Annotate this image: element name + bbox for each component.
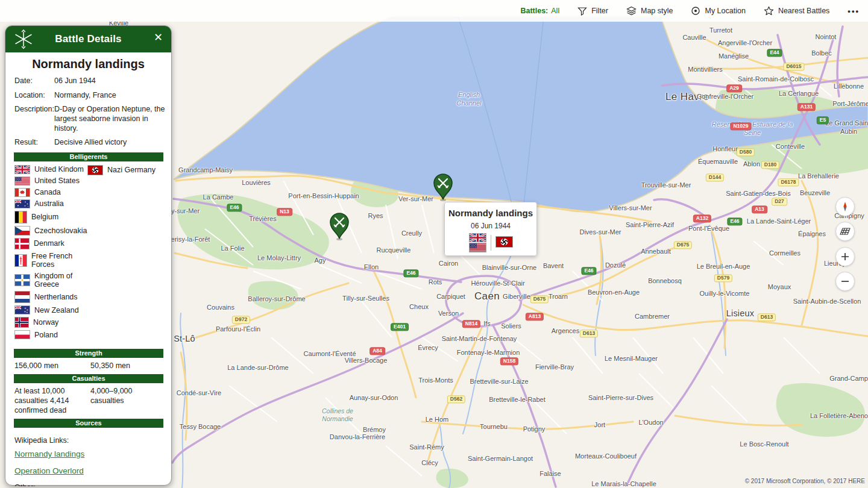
belligerents-section-header: Belligerents	[14, 152, 163, 161]
road-shield: E44	[767, 49, 782, 57]
popup-flags	[445, 233, 536, 252]
road-shield: A29	[726, 84, 742, 92]
popup-flag-us-icon	[469, 243, 486, 252]
app-window: KevilleEnglish ChannelRéserve Nat. Estua…	[0, 0, 868, 488]
more-options-button[interactable]: •••	[848, 7, 860, 16]
battle-details-panel: Battle Details ✕ Normandy landings Date:…	[5, 25, 172, 486]
flag-free-french-icon	[14, 254, 27, 267]
ally-belligerent-name: United Kindom	[34, 165, 84, 174]
flag-norway-icon	[14, 317, 29, 328]
filter-button[interactable]: Filter	[577, 7, 608, 16]
map-copyright: © 2017 Microsoft Corporation, © 2017 HER…	[745, 478, 865, 484]
flag-poland-icon	[14, 330, 30, 339]
road-shield: A84	[370, 347, 385, 355]
popup-battle-title: Normandy landings	[445, 208, 536, 218]
allies-list: United KindomUnited StatesCanadaAustrali…	[14, 165, 171, 340]
close-icon[interactable]: ✕	[154, 32, 163, 43]
belligerent-row: Australia	[14, 199, 171, 208]
result-label: Result:	[14, 138, 54, 148]
ally-belligerent-name: Australia	[34, 199, 64, 208]
axis-list: Nazi Germany	[87, 165, 156, 178]
road-shield: D972	[232, 316, 250, 324]
flag-canada-icon	[14, 188, 30, 197]
belligerent-row: Denmark	[14, 238, 171, 249]
battle-pin[interactable]	[431, 173, 455, 204]
tilt-view-button[interactable]	[835, 222, 855, 241]
zoom-in-button[interactable]	[835, 247, 855, 266]
flag-nazi-germany-icon	[87, 165, 103, 175]
nearest-battles-button[interactable]: Nearest Battles	[764, 6, 829, 16]
flag-uk-icon	[14, 165, 30, 174]
axis-strength: 50,350 men	[90, 361, 165, 371]
road-shield: D613	[580, 330, 598, 337]
ally-belligerent-name: Kingdom of Greece	[34, 272, 92, 289]
compass-icon	[840, 201, 851, 212]
ally-belligerent-name: United States	[34, 177, 80, 185]
flag-denmark-icon	[14, 238, 30, 249]
belligerent-row: United States	[14, 177, 171, 186]
road-shield: D579	[714, 274, 732, 282]
road-shield: A13	[752, 205, 767, 213]
road-shield: D144	[706, 174, 724, 181]
battles-label: Battles:	[520, 7, 548, 15]
layers-icon	[626, 6, 637, 16]
casualties-row: At least 10,000 casualties 4,414 confirm…	[5, 386, 171, 418]
road-shield: N814	[462, 320, 480, 328]
popup-flag-nazi-germany-icon	[495, 236, 513, 248]
flag-australia-icon	[14, 199, 30, 208]
field-row-date: Date: 06 Jun 1944	[5, 77, 171, 86]
battle-pin[interactable]	[327, 212, 351, 243]
allies-strength: 156,000 men	[14, 361, 90, 371]
map-style-label: Map style	[641, 7, 673, 15]
field-row-result: Result: Decisive Allied victory	[5, 138, 171, 148]
belligerent-row: Czechoslovakia	[14, 226, 171, 236]
road-shield: E46	[581, 267, 596, 275]
map-style-button[interactable]: Map style	[626, 6, 673, 16]
road-shield: D613	[758, 313, 776, 321]
road-shield: E46	[227, 204, 242, 211]
flag-us-icon	[14, 177, 30, 186]
belligerent-row: Norway	[14, 317, 171, 328]
allies-casualties: At least 10,000 casualties 4,414 confirm…	[14, 387, 90, 415]
flag-belgium-icon	[14, 211, 27, 224]
location-value: Normandy, France	[54, 91, 165, 101]
battles-filter-status[interactable]: Battles:All	[520, 7, 559, 15]
my-location-label: My Location	[705, 7, 745, 15]
belligerent-row: Nazi Germany	[87, 165, 156, 175]
belligerent-row: Belgium	[14, 211, 171, 224]
my-location-button[interactable]: My Location	[691, 6, 745, 16]
road-shield: N158	[500, 357, 518, 365]
road-shield: N13	[277, 208, 292, 216]
other-links-label: Other:	[14, 483, 162, 486]
road-shield: D675	[530, 295, 549, 303]
belligerent-row: Kingdom of Greece	[14, 272, 171, 289]
plus-icon	[840, 252, 850, 261]
flag-new-zealand-icon	[14, 305, 30, 314]
location-label: Location:	[14, 91, 54, 101]
road-shield: E46	[403, 269, 418, 277]
strength-section-header: Strength	[14, 349, 163, 358]
filter-funnel-icon	[577, 7, 587, 16]
ally-belligerent-name: Nertherlands	[34, 293, 78, 301]
wikipedia-link-normandy-landings[interactable]: Normandy landings	[14, 449, 162, 458]
popup-flag-uk-icon	[469, 233, 486, 242]
belligerent-row: Nertherlands	[14, 291, 171, 303]
battle-popup[interactable]: Normandy landings 06 Jun 1944	[444, 202, 537, 256]
compass-button[interactable]	[835, 197, 855, 216]
axis-belligerent-name: Nazi Germany	[107, 166, 156, 174]
panel-header: Battle Details ✕	[5, 26, 171, 52]
description-value: D-Day or Operation Neptune, the largest …	[54, 105, 165, 133]
road-shield: A131	[797, 103, 816, 111]
date-label: Date:	[14, 77, 54, 86]
zoom-out-button[interactable]	[835, 272, 855, 291]
field-row-location: Location: Normandy, France	[5, 91, 171, 101]
star-icon	[764, 6, 774, 16]
road-shield: N1029	[730, 122, 751, 130]
result-value: Decisive Allied victory	[54, 138, 165, 148]
road-shield: D562	[447, 395, 465, 403]
wikipedia-link-operation-overlord[interactable]: Operation Overlord	[14, 466, 162, 475]
road-shield: D675	[674, 241, 692, 249]
road-shield: D6015	[783, 63, 804, 70]
panel-body: Normandy landings Date: 06 Jun 1944 Loca…	[5, 52, 171, 486]
road-shield: D6178	[778, 178, 799, 186]
